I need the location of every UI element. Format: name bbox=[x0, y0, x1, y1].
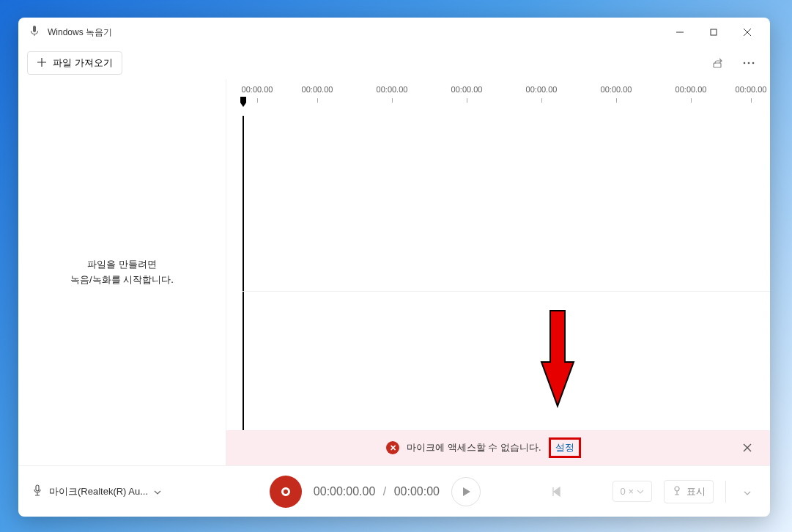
current-time: 00:00:00.00 bbox=[314, 485, 376, 498]
error-message: 마이크에 액세스할 수 없습니다. bbox=[407, 441, 541, 454]
marker-dropdown[interactable] bbox=[738, 481, 757, 503]
total-time: 00:00:00 bbox=[394, 485, 440, 498]
mic-icon bbox=[32, 484, 43, 498]
time-tick: 00:00.00 bbox=[377, 85, 408, 94]
time-tick: 00:00.00 bbox=[242, 85, 273, 94]
time-tick: 00:00.00 bbox=[601, 85, 632, 94]
timeline-ruler[interactable]: 00:00.00 00:00.00 00:00.00 00:00.00 00:0… bbox=[226, 79, 770, 116]
svg-rect-5 bbox=[36, 485, 39, 491]
sidebar: 파일을 만들려면 녹음/녹화를 시작합니다. bbox=[18, 79, 226, 465]
time-tick: 00:00.00 bbox=[526, 85, 558, 94]
playhead-handle[interactable] bbox=[239, 97, 248, 108]
marker-button[interactable]: 표시 bbox=[664, 480, 714, 503]
svg-point-4 bbox=[752, 62, 755, 64]
svg-point-6 bbox=[675, 487, 679, 491]
skip-back-button[interactable] bbox=[543, 479, 569, 505]
time-tick: 00:00.00 bbox=[451, 85, 483, 94]
svg-point-2 bbox=[744, 62, 746, 64]
share-button[interactable] bbox=[706, 51, 730, 75]
timeline-track[interactable]: ✕ 마이크에 액세스할 수 없습니다. 설정 bbox=[226, 116, 770, 465]
record-button[interactable] bbox=[270, 476, 302, 508]
toolbar: 파일 가져오기 bbox=[18, 47, 770, 79]
banner-close-button[interactable] bbox=[736, 437, 758, 459]
app-title: Windows 녹음기 bbox=[48, 26, 112, 39]
error-banner: ✕ 마이크에 액세스할 수 없습니다. 설정 bbox=[226, 430, 770, 465]
time-display: 00:00:00.00 / 00:00:00 bbox=[314, 485, 440, 498]
minimize-button[interactable] bbox=[663, 21, 697, 44]
chevron-down-icon bbox=[154, 486, 161, 497]
time-tick: 00:00.00 bbox=[676, 85, 707, 94]
settings-link[interactable]: 설정 bbox=[549, 437, 581, 458]
window-controls bbox=[663, 21, 764, 44]
marker-icon bbox=[672, 485, 682, 498]
svg-rect-0 bbox=[711, 29, 717, 35]
time-tick: 00:00.00 bbox=[302, 85, 333, 94]
speed-label: 0 × bbox=[621, 486, 634, 497]
mic-icon bbox=[29, 25, 40, 40]
time-tick: 00:00.00 bbox=[736, 85, 767, 94]
timeline-area: 00:00.00 00:00.00 00:00.00 00:00.00 00:0… bbox=[226, 79, 770, 465]
play-button[interactable] bbox=[451, 477, 481, 506]
svg-point-3 bbox=[748, 62, 750, 64]
record-icon bbox=[281, 487, 290, 496]
mic-device-selector[interactable]: 마이크(Realtek(R) Au... bbox=[32, 484, 178, 498]
import-file-button[interactable]: 파일 가져오기 bbox=[27, 51, 122, 75]
title-bar: Windows 녹음기 bbox=[18, 18, 770, 47]
error-icon: ✕ bbox=[386, 441, 399, 454]
plus-icon bbox=[37, 57, 47, 70]
close-button[interactable] bbox=[730, 21, 764, 44]
more-button[interactable] bbox=[736, 51, 761, 75]
marker-label: 표시 bbox=[686, 485, 706, 498]
maximize-button[interactable] bbox=[697, 21, 730, 44]
app-window: Windows 녹음기 파일 가져오기 bbox=[18, 18, 770, 517]
empty-state-message: 파일을 만들려면 녹음/녹화를 시작합니다. bbox=[70, 257, 174, 288]
bottom-bar: 마이크(Realtek(R) Au... 00:00:00.00 / 00:00… bbox=[18, 465, 770, 517]
speed-selector[interactable]: 0 × bbox=[612, 481, 652, 502]
import-label: 파일 가져오기 bbox=[53, 56, 113, 70]
mic-device-label: 마이크(Realtek(R) Au... bbox=[49, 485, 148, 498]
